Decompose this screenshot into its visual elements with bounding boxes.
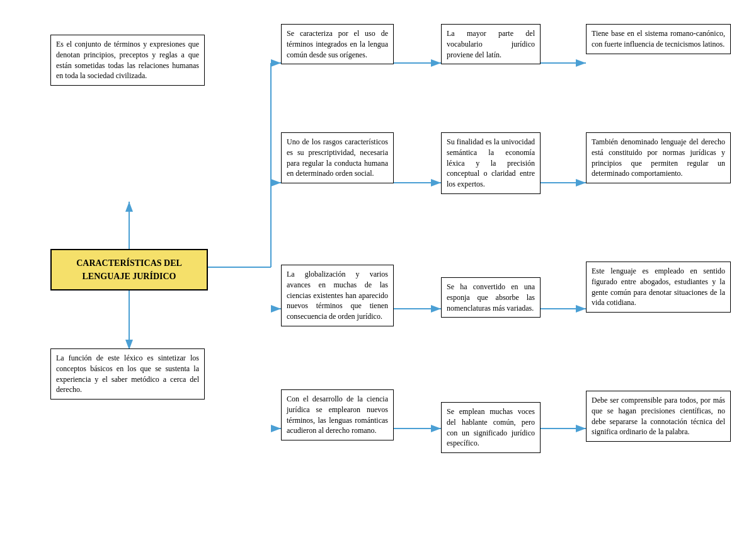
row3-col3-box: Este lenguaje es empleado en sentido fig…: [586, 262, 731, 313]
center-line2: LENGUAJE JURÍDICO: [83, 272, 176, 281]
diagram-container: CARACTERÍSTICAS DEL LENGUAJE JURÍDICO Es…: [0, 0, 756, 535]
center-line1: CARACTERÍSTICAS DEL: [76, 258, 182, 268]
row4-col1-text: Con el desarrollo de la ciencia jurídica…: [287, 394, 388, 435]
row3-col1-text: La globalización y varios avances en muc…: [287, 270, 388, 321]
row3-col2-text: Se ha convertido en una esponja que abso…: [447, 282, 535, 313]
row2-col1-box: Uno de los rasgos característicos es su …: [281, 132, 394, 183]
row1-col1-text: Se caracteriza por el uso de términos in…: [287, 29, 388, 59]
row1-col3-box: Tiene base en el sistema romano-canónico…: [586, 24, 731, 54]
row3-col1-box: La globalización y varios avances en muc…: [281, 265, 394, 326]
top-left-text: Es el conjunto de términos y expresiones…: [56, 40, 199, 80]
row3-col2-box: Se ha convertido en una esponja que abso…: [441, 277, 541, 318]
row1-col2-box: La mayor parte del vocabulario jurídico …: [441, 24, 541, 64]
row2-col3-text: También denominado lenguaje del derecho …: [592, 137, 725, 178]
row2-col1-text: Uno de los rasgos característicos es su …: [287, 137, 388, 178]
row4-col2-box: Se emplean muchas voces del hablante com…: [441, 402, 541, 453]
bottom-left-text: La función de este léxico es sintetizar …: [56, 354, 199, 394]
row2-col2-text: Su finalidad es la univocidad semántica …: [447, 137, 535, 188]
row2-col2-box: Su finalidad es la univocidad semántica …: [441, 132, 541, 194]
row4-col3-text: Debe ser comprensible para todos, por má…: [592, 396, 725, 436]
row4-col3-box: Debe ser comprensible para todos, por má…: [586, 391, 731, 442]
center-box: CARACTERÍSTICAS DEL LENGUAJE JURÍDICO: [50, 249, 208, 291]
row4-col2-text: Se emplean muchas voces del hablante com…: [447, 407, 535, 447]
row1-col3-text: Tiene base en el sistema romano-canónico…: [592, 29, 725, 49]
row4-col1-box: Con el desarrollo de la ciencia jurídica…: [281, 389, 394, 440]
top-left-box: Es el conjunto de términos y expresiones…: [50, 35, 205, 86]
row3-col3-text: Este lenguaje es empleado en sentido fig…: [592, 267, 725, 307]
row1-col2-text: La mayor parte del vocabulario jurídico …: [447, 29, 535, 59]
row1-col1-box: Se caracteriza por el uso de términos in…: [281, 24, 394, 64]
row2-col3-box: También denominado lenguaje del derecho …: [586, 132, 731, 183]
bottom-left-box: La función de este léxico es sintetizar …: [50, 348, 205, 400]
